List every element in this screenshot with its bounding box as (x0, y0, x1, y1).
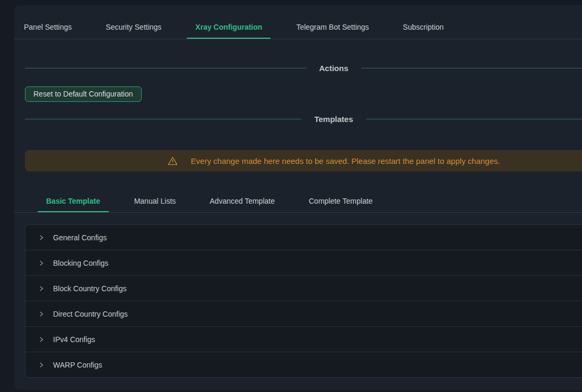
tab-basic-template[interactable]: Basic Template (46, 197, 100, 212)
collapse-header-label: General Configs (53, 233, 107, 242)
collapse-header-general-configs[interactable]: General Configs (25, 225, 582, 250)
collapse-header-label: Block Country Configs (53, 284, 127, 293)
warning-banner: Every change made here needs to be saved… (25, 150, 582, 171)
settings-card: Panel Settings Security Settings Xray Co… (14, 5, 582, 390)
tab-complete-template[interactable]: Complete Template (309, 197, 372, 212)
reset-default-config-button[interactable]: Reset to Default Configuration (25, 86, 142, 102)
template-tab-bar: Basic Template Manual Lists Advanced Tem… (14, 171, 582, 213)
tab-subscription[interactable]: Subscription (403, 23, 444, 39)
chevron-right-icon (38, 362, 45, 368)
actions-divider: Actions (25, 63, 582, 73)
actions-divider-title: Actions (319, 64, 349, 73)
templates-divider-title: Templates (314, 115, 353, 124)
warning-icon (168, 156, 178, 166)
collapse-header-blocking-configs[interactable]: Blocking Configs (25, 250, 582, 276)
chevron-right-icon (38, 311, 45, 317)
tab-manual-lists[interactable]: Manual Lists (134, 197, 176, 212)
config-collapse-list: General Configs Blocking Configs Block C… (25, 224, 582, 378)
main-tab-bar: Panel Settings Security Settings Xray Co… (14, 5, 582, 39)
tab-panel-settings[interactable]: Panel Settings (24, 23, 72, 39)
collapse-header-direct-country-configs[interactable]: Direct Country Configs (25, 301, 582, 327)
tab-advanced-template[interactable]: Advanced Template (210, 197, 275, 212)
collapse-header-block-country-configs[interactable]: Block Country Configs (25, 276, 582, 301)
tab-xray-configuration[interactable]: Xray Configuration (195, 23, 262, 39)
chevron-right-icon (38, 260, 45, 266)
collapse-header-label: Direct Country Configs (53, 310, 128, 318)
chevron-right-icon (38, 285, 45, 292)
collapse-header-warp-configs[interactable]: WARP Configs (25, 352, 582, 377)
warning-message: Every change made here needs to be saved… (191, 156, 500, 165)
collapse-header-ipv4-configs[interactable]: IPv4 Configs (25, 327, 582, 352)
collapse-header-label: IPv4 Configs (53, 335, 95, 344)
chevron-right-icon (38, 234, 45, 241)
collapse-header-label: Blocking Configs (53, 259, 108, 267)
chevron-right-icon (38, 336, 45, 343)
collapse-header-label: WARP Configs (53, 361, 102, 369)
templates-divider: Templates (25, 114, 582, 124)
tab-telegram-bot-settings[interactable]: Telegram Bot Settings (296, 23, 369, 39)
tab-security-settings[interactable]: Security Settings (106, 23, 161, 39)
